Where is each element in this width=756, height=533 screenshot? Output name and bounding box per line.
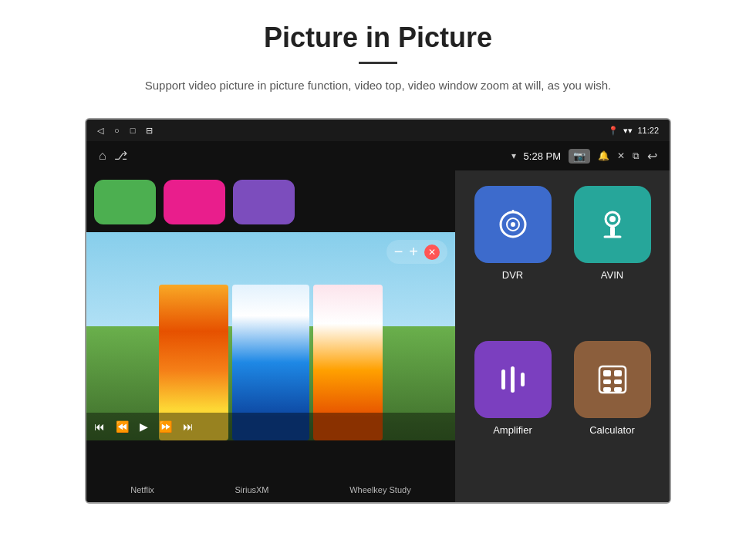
rewind-icon[interactable]: ⏮ <box>94 420 105 433</box>
svg-rect-8 <box>501 369 505 390</box>
avin-icon-svg <box>593 205 632 244</box>
app-grid-dvr[interactable]: DVR <box>467 186 558 332</box>
svg-rect-16 <box>603 387 611 392</box>
app-label-siriusxm: SiriusXM <box>235 485 269 494</box>
svg-rect-10 <box>521 373 525 386</box>
svg-rect-15 <box>614 380 622 384</box>
menu-icon[interactable]: ⊟ <box>146 126 153 136</box>
siriusxm-label: SiriusXM <box>235 485 269 494</box>
amplifier-icon-svg <box>494 360 532 399</box>
app-icon-calculator[interactable] <box>574 341 651 418</box>
app-icon-netflix[interactable] <box>94 180 156 224</box>
nav-bar-right: ▾ 5:28 PM 📷 🔔 ✕ ⧉ ↩ <box>511 149 657 164</box>
status-bar: ◁ ○ □ ⊟ 📍 ▾▾ 11:22 <box>86 120 670 141</box>
svg-point-5 <box>609 216 616 222</box>
home-nav-icon[interactable]: ⌂ <box>99 149 106 163</box>
left-area: − + ✕ 📷 ⏮ ⏪ ▶ ⏩ <box>86 170 455 502</box>
camera-icon[interactable]: 📷 <box>569 149 590 164</box>
dvr-label: DVR <box>502 269 523 281</box>
pip-close-button[interactable]: ✕ <box>424 245 440 260</box>
prev-icon[interactable]: ⏪ <box>116 420 129 433</box>
svg-rect-14 <box>603 380 611 384</box>
close-x-icon: ✕ <box>428 247 436 258</box>
netflix-label: Netflix <box>130 485 154 494</box>
location-icon: 📍 <box>608 126 619 136</box>
app-grid-calculator[interactable]: Calculator <box>567 341 657 487</box>
avin-label: AVIN <box>601 269 623 281</box>
wifi-signal-icon: ▾ <box>511 150 516 161</box>
app-grid-avin[interactable]: AVIN <box>567 186 657 332</box>
app-label-netflix: Netflix <box>130 485 154 494</box>
app-icon-avin[interactable] <box>574 186 651 263</box>
app-icon-siriusxm[interactable] <box>164 180 225 224</box>
amplifier-label: Amplifier <box>493 424 532 436</box>
nav-bar-left: ⌂ ⎇ <box>99 149 127 163</box>
calculator-label: Calculator <box>589 424 635 436</box>
close-icon[interactable]: ✕ <box>617 150 625 161</box>
status-time: 11:22 <box>637 126 659 135</box>
svg-rect-12 <box>603 370 611 376</box>
back-icon[interactable]: ◁ <box>97 126 103 136</box>
app-label-wheelkey: Wheelkey Study <box>349 485 410 494</box>
dvr-icon-svg <box>494 205 532 244</box>
wheelkey-label: Wheelkey Study <box>349 485 410 494</box>
subtitle: Support video picture in picture functio… <box>108 76 648 95</box>
next-icon[interactable]: ⏩ <box>159 420 172 433</box>
video-controls-bar[interactable]: ⏮ ⏪ ▶ ⏩ ⏭ <box>86 413 455 440</box>
main-content: − + ✕ 📷 ⏮ ⏪ ▶ ⏩ <box>86 170 670 502</box>
calculator-icon-svg <box>593 360 632 399</box>
svg-rect-9 <box>511 366 515 393</box>
forward-icon[interactable]: ⏭ <box>183 420 194 433</box>
svg-rect-13 <box>614 370 622 376</box>
app-icon-amplifier[interactable] <box>474 341 552 418</box>
nav-bar: ⌂ ⎇ ▾ 5:28 PM 📷 🔔 ✕ ⧉ ↩ <box>86 141 670 170</box>
back-nav-icon[interactable]: ↩ <box>647 149 657 164</box>
recents-icon[interactable]: □ <box>130 126 136 135</box>
apps-top-row <box>86 170 455 232</box>
wifi-icon: ▾▾ <box>623 126 633 136</box>
pip-minus-button[interactable]: − <box>394 243 403 261</box>
app-icon-dvr[interactable] <box>474 186 552 263</box>
app-icon-wheelkey[interactable] <box>233 180 295 224</box>
pip-plus-button[interactable]: + <box>409 243 418 261</box>
device-frame: ◁ ○ □ ⊟ 📍 ▾▾ 11:22 ⌂ ⎇ ▾ 5:28 PM 📷 🔔 ✕ ⧉… <box>85 118 671 504</box>
nav-time: 5:28 PM <box>524 150 561 162</box>
video-player[interactable]: − + ✕ 📷 ⏮ ⏪ ▶ ⏩ <box>86 232 455 440</box>
volume-icon[interactable]: 🔔 <box>598 150 609 161</box>
home-icon[interactable]: ○ <box>114 126 120 135</box>
app-grid-amplifier[interactable]: Amplifier <box>467 341 558 487</box>
usb-icon: ⎇ <box>114 149 127 163</box>
svg-point-2 <box>511 222 515 227</box>
title-divider <box>359 62 397 64</box>
header-section: Picture in Picture Support video picture… <box>0 0 756 109</box>
svg-rect-6 <box>610 226 615 237</box>
apps-bottom-row: Netflix SiriusXM Wheelkey Study <box>86 440 455 502</box>
page-title: Picture in Picture <box>46 22 710 54</box>
status-bar-right: 📍 ▾▾ 11:22 <box>608 126 659 136</box>
right-area: DVR AVIN <box>455 170 670 502</box>
play-icon[interactable]: ▶ <box>140 420 148 433</box>
status-bar-left: ◁ ○ □ ⊟ <box>97 126 153 136</box>
app-area: − + ✕ 📷 ⏮ ⏪ ▶ ⏩ <box>86 170 670 502</box>
pip-icon[interactable]: ⧉ <box>633 150 640 161</box>
pip-controls[interactable]: − + ✕ <box>386 240 447 264</box>
svg-rect-17 <box>614 387 622 392</box>
